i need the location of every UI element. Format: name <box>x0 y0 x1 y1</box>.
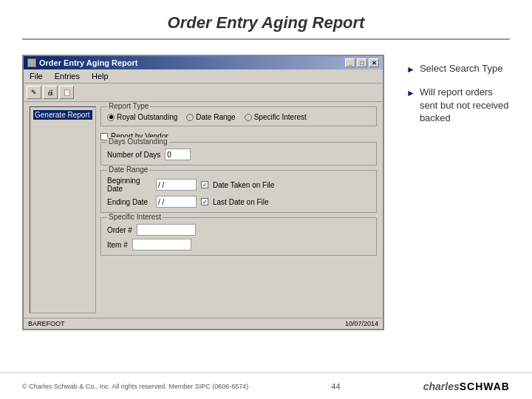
statusbar-left: BAREFOOT <box>28 320 65 327</box>
order-row: Order # <box>107 224 370 236</box>
win-titlebar: Order Entry Aging Report _ □ ✕ <box>24 56 383 69</box>
ending-date-input[interactable] <box>156 196 197 208</box>
menu-file[interactable]: File <box>27 71 46 81</box>
win-titlebar-title: Order Entry Aging Report <box>27 58 137 67</box>
number-of-days-label: Number of Days <box>107 151 160 159</box>
date-range-label: Date Range <box>107 166 149 174</box>
beginning-date-label: Beginning Date <box>107 177 151 193</box>
win-statusbar: BAREFOOT 10/07/2014 <box>24 318 383 329</box>
minimize-button[interactable]: _ <box>345 58 355 67</box>
statusbar-right: 10/07/2014 <box>345 320 378 327</box>
date-taken-checkbox[interactable]: ✓ <box>201 181 208 188</box>
ending-date-label: Ending Date <box>107 198 151 206</box>
form-panel: Report Type Royal Outstanding Date Range <box>100 106 377 313</box>
bullet-arrow-2: ► <box>406 87 415 99</box>
specific-interest-section: Specific Interest Order # Item # <box>100 217 377 256</box>
menu-help[interactable]: Help <box>89 71 112 81</box>
win-app-container: Order Entry Aging Report _ □ ✕ File Entr… <box>22 55 384 330</box>
number-of-days-row: Number of Days <box>107 149 370 160</box>
date-range-section: Date Range Beginning Date ✓ Date Taken o… <box>100 170 377 213</box>
win-body: Generate Report Report Type Royal Outsta… <box>24 102 383 318</box>
toolbar-copy-btn[interactable]: 📋 <box>59 86 74 99</box>
number-of-days-input[interactable] <box>165 149 191 160</box>
title-divider <box>22 38 510 40</box>
win-app-icon <box>27 58 36 67</box>
date-taken-label: Date Taken on File <box>213 181 274 189</box>
bullet-item-1: ► Select Search Type <box>406 62 510 75</box>
item-row: Item # <box>107 239 370 250</box>
radio-specific-circle <box>245 114 252 121</box>
win-controls: _ □ ✕ <box>345 58 379 67</box>
bullet-text-2: Will report orders sent but not received… <box>420 86 510 125</box>
radio-row: Royal Outstanding Date Range Specific In… <box>107 113 370 121</box>
toolbar-edit-btn[interactable]: ✎ <box>27 86 41 99</box>
order-input[interactable] <box>137 224 196 236</box>
footer-logo: charlesSCHWAB <box>423 381 510 392</box>
footer-copyright: © Charles Schwab & Co., Inc. All rights … <box>22 383 248 390</box>
report-type-label: Report Type <box>107 102 150 110</box>
bullet-item-2: ► Will report orders sent but not receiv… <box>406 86 510 125</box>
toolbar-print-btn[interactable]: 🖨 <box>43 86 58 99</box>
bullet-text-1: Select Search Type <box>420 62 503 75</box>
nav-panel: Generate Report <box>30 106 96 313</box>
order-label: Order # <box>107 226 132 234</box>
footer-page-number: 44 <box>331 382 340 391</box>
radio-royal-circle <box>107 114 115 121</box>
last-date-checkbox[interactable]: ✓ <box>201 198 208 205</box>
days-outstanding-section: Days Outstanding Number of Days <box>100 142 377 166</box>
ending-date-row: Ending Date ✓ Last Date on File <box>107 196 370 208</box>
radio-specific-interest[interactable]: Specific Interest <box>245 113 307 121</box>
days-outstanding-label: Days Outstanding <box>107 137 169 146</box>
radio-date-circle <box>186 114 194 121</box>
win-menubar: File Entries Help <box>24 69 383 83</box>
close-button[interactable]: ✕ <box>369 58 379 67</box>
bullet-arrow-1: ► <box>406 64 415 75</box>
last-date-label: Last Date on File <box>213 198 269 206</box>
report-type-section: Report Type Royal Outstanding Date Range <box>100 106 377 126</box>
maximize-button[interactable]: □ <box>357 58 367 67</box>
item-input[interactable] <box>132 239 191 250</box>
specific-interest-label: Specific Interest <box>107 213 163 221</box>
radio-date-range[interactable]: Date Range <box>186 113 235 121</box>
beginning-date-input[interactable] <box>156 179 197 191</box>
item-label: Item # <box>107 241 128 249</box>
right-panel: ► Select Search Type ► Will report order… <box>399 55 510 330</box>
radio-royal-outstanding[interactable]: Royal Outstanding <box>107 113 177 121</box>
win-title-label: Order Entry Aging Report <box>39 58 137 67</box>
footer: © Charles Schwab & Co., Inc. All rights … <box>0 372 532 399</box>
footer-logo-schwab: SCHWAB <box>460 381 510 392</box>
win-toolbar: ✎ 🖨 📋 <box>24 83 383 102</box>
footer-logo-charles: charles <box>423 381 460 392</box>
nav-generate-report[interactable]: Generate Report <box>33 110 92 120</box>
menu-entries[interactable]: Entries <box>52 71 83 81</box>
beginning-date-row: Beginning Date ✓ Date Taken on File <box>107 177 370 193</box>
page-title: Order Entry Aging Report <box>0 0 532 38</box>
